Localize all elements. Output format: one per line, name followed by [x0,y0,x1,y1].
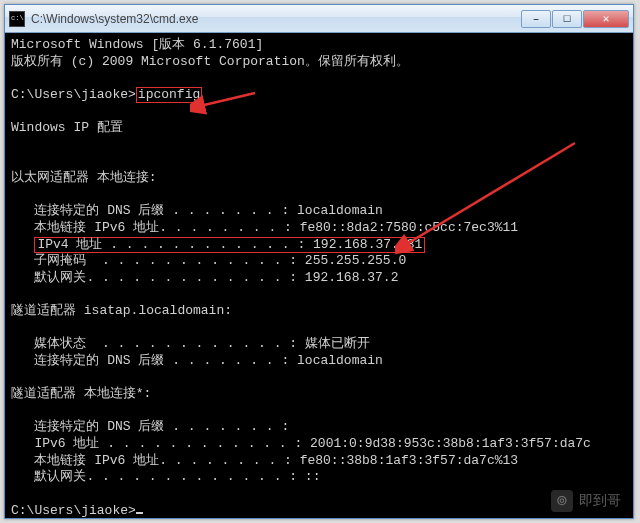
wechat-icon: ⊚ [551,490,573,512]
adapter-title: 隧道适配器 本地连接*: [11,386,151,401]
cmd-icon [9,11,25,27]
header-line: 版权所有 (c) 2009 Microsoft Corporation。保留所有… [11,54,409,69]
row-label: 连接特定的 DNS 后缀 . . . . . . . : [34,203,289,218]
row-value: localdomain [297,203,383,218]
table-row: 默认网关. . . . . . . . . . . . . : :: [34,469,320,484]
prompt-path: C:\Users\jiaoke> [11,503,136,518]
svg-line-1 [200,93,255,106]
row-label: 默认网关. . . . . . . . . . . . . : [34,469,297,484]
prompt-path: C:\Users\jiaoke> [11,87,136,102]
titlebar[interactable]: C:\Windows\system32\cmd.exe – □ ✕ [5,5,633,33]
row-value: 媒体已断开 [305,336,370,351]
table-row: IPv6 地址 . . . . . . . . . . . . : 2001:0… [34,436,591,451]
table-row: 连接特定的 DNS 后缀 . . . . . . . : [34,419,297,434]
cmd-window: C:\Windows\system32\cmd.exe – □ ✕ Micros… [4,4,634,519]
command-highlight: ipconfig [136,87,202,103]
row-value: 2001:0:9d38:953c:38b8:1af3:3f57:da7c [310,436,591,451]
adapter-title: 以太网适配器 本地连接: [11,170,157,185]
row-label: 本地链接 IPv6 地址. . . . . . . . : [34,220,291,235]
ipconfig-heading: Windows IP 配置 [11,120,123,135]
row-label: IPv6 地址 . . . . . . . . . . . . : [34,436,302,451]
row-label: 连接特定的 DNS 后缀 . . . . . . . : [34,353,289,368]
row-label: 本地链接 IPv6 地址. . . . . . . . : [34,453,291,468]
close-button[interactable]: ✕ [583,10,629,28]
adapter-title: 隧道适配器 isatap.localdomain: [11,303,232,318]
cursor [136,512,143,514]
row-label: 连接特定的 DNS 后缀 . . . . . . . : [34,419,289,434]
row-value: fe80::38b8:1af3:3f57:da7c%13 [300,453,518,468]
table-row: 连接特定的 DNS 后缀 . . . . . . . : localdomain [34,203,382,218]
row-label: 媒体状态 . . . . . . . . . . . . : [34,336,297,351]
header-line: Microsoft Windows [版本 6.1.7601] [11,37,263,52]
row-value: 255.255.255.0 [305,253,406,268]
row-value: :: [305,469,321,484]
row-value: 192.168.37.2 [305,270,399,285]
table-row: 连接特定的 DNS 后缀 . . . . . . . : localdomain [34,353,382,368]
table-row: 默认网关. . . . . . . . . . . . . : 192.168.… [34,270,398,285]
window-controls: – □ ✕ [521,10,629,28]
table-row: 子网掩码 . . . . . . . . . . . . : 255.255.2… [34,253,406,268]
minimize-button[interactable]: – [521,10,551,28]
watermark-text: 即到哥 [579,492,621,510]
window-title: C:\Windows\system32\cmd.exe [31,12,521,26]
terminal-output[interactable]: Microsoft Windows [版本 6.1.7601] 版权所有 (c)… [5,33,633,518]
table-row: 媒体状态 . . . . . . . . . . . . : 媒体已断开 [34,336,369,351]
row-value: localdomain [297,353,383,368]
table-row: 本地链接 IPv6 地址. . . . . . . . : fe80::38b8… [34,453,518,468]
row-value: fe80::8da2:7580:c5cc:7ec3%11 [300,220,518,235]
watermark: ⊚即到哥 [551,490,621,512]
row-label: 子网掩码 . . . . . . . . . . . . : [34,253,297,268]
row-label: 默认网关. . . . . . . . . . . . . : [34,270,297,285]
table-row: IPv4 地址 . . . . . . . . . . . . : 192.16… [34,237,425,252]
maximize-button[interactable]: □ [552,10,582,28]
row-value: 192.168.37.131 [313,237,422,252]
table-row: 本地链接 IPv6 地址. . . . . . . . : fe80::8da2… [34,220,518,235]
row-label: IPv4 地址 . . . . . . . . . . . . : [37,237,305,252]
